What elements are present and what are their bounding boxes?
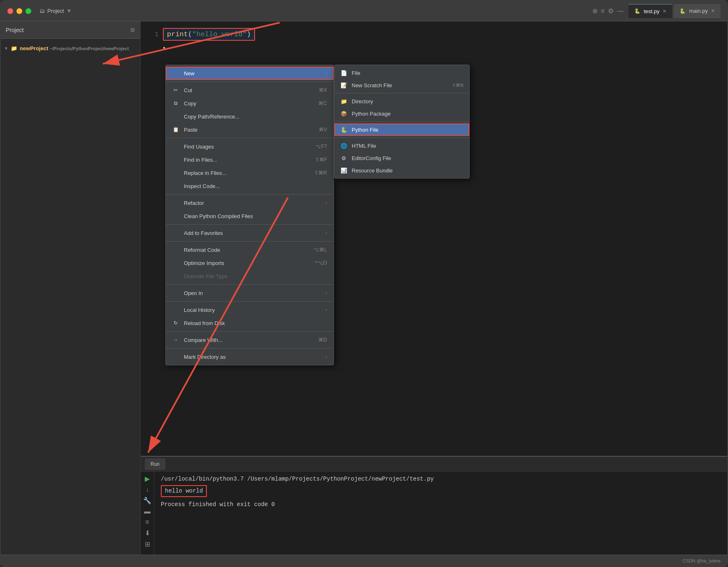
submenu-item-new-scratch[interactable]: 📝 New Scratch File ⇧⌘N bbox=[334, 79, 469, 91]
paste-icon: 📋 bbox=[172, 127, 179, 132]
main-layout: Project ⚙ ▼ 📁 newProject ~/Projects/Pyth… bbox=[1, 21, 727, 555]
tab-test-py-close[interactable]: ✕ bbox=[663, 9, 666, 14]
close-button[interactable] bbox=[7, 8, 13, 14]
copy-icon: ⧉ bbox=[172, 100, 179, 106]
refactor-arrow: › bbox=[326, 201, 327, 205]
minimize-button[interactable] bbox=[16, 8, 22, 14]
run-icon[interactable]: ▶ bbox=[145, 475, 150, 483]
optimize-shortcut: ^⌥O bbox=[315, 260, 327, 266]
submenu-sep-3 bbox=[334, 137, 469, 138]
tab-test-py[interactable]: 🐍 test.py ✕ bbox=[628, 4, 672, 18]
globe-icon[interactable]: ⊕ bbox=[592, 7, 598, 15]
menu-sep-4 bbox=[166, 241, 334, 242]
menu-item-copy[interactable]: ⧉ Copy ⌘C bbox=[166, 97, 334, 110]
menu-item-reformat[interactable]: Reformat Code ⌥⌘L bbox=[166, 243, 334, 256]
code-block: print("hello world") bbox=[163, 28, 255, 41]
python-package-icon: 📦 bbox=[340, 111, 348, 117]
menu-item-inspect-code[interactable]: Inspect Code... bbox=[166, 179, 334, 193]
menu-item-paste[interactable]: 📋 Paste ⌘V bbox=[166, 123, 334, 136]
terminal-body: /usr/local/bin/python3.7 /Users/mlamp/Pr… bbox=[154, 472, 727, 555]
terminal-tabs: Run bbox=[141, 457, 727, 472]
tab-main-py-close[interactable]: ✕ bbox=[711, 8, 715, 14]
terminal-down2-icon[interactable]: ⬇ bbox=[145, 529, 150, 537]
cut-icon: ✂ bbox=[172, 87, 179, 93]
directory-icon: 📁 bbox=[340, 98, 348, 105]
find-in-files-shortcut: ⇧⌘F bbox=[315, 157, 327, 163]
print-string: "hello world" bbox=[192, 30, 247, 38]
submenu-item-python-file[interactable]: 🐍 Python File bbox=[334, 123, 469, 136]
new-arrow: › bbox=[326, 71, 327, 76]
dropdown-arrow[interactable]: ▼ bbox=[66, 8, 72, 14]
reload-icon: ↻ bbox=[172, 320, 179, 326]
sidebar-header-icons: ⚙ bbox=[130, 27, 135, 33]
submenu-item-file[interactable]: 📄 File bbox=[334, 67, 469, 79]
align-icon[interactable]: ≡ bbox=[601, 7, 605, 15]
menu-item-copy-path[interactable]: Copy Path/Reference... bbox=[166, 110, 334, 123]
python-file-icon: 🐍 bbox=[340, 127, 348, 133]
editor-config-icon: ⚙ bbox=[340, 155, 348, 161]
menu-item-find-usages[interactable]: Find Usages ⌥F7 bbox=[166, 140, 334, 153]
submenu-item-python-package[interactable]: 📦 Python Package bbox=[334, 107, 469, 120]
tab-main-py[interactable]: 🐍 main.py ✕ bbox=[674, 4, 721, 18]
terminal-down-icon[interactable]: ↓ bbox=[146, 486, 149, 493]
terminal-exit-line: Process finished with exit code 0 bbox=[161, 500, 721, 509]
file-icon: 📄 bbox=[340, 70, 348, 76]
submenu-item-resource-bundle[interactable]: 📊 Resource Bundle bbox=[334, 164, 469, 177]
maximize-button[interactable] bbox=[26, 8, 31, 14]
menu-item-clean-compiled[interactable]: Clean Python Compiled Files bbox=[166, 209, 334, 223]
minimize-icon[interactable]: — bbox=[617, 7, 624, 15]
status-bar: CSDN @ha_lydms bbox=[1, 555, 727, 566]
sidebar: Project ⚙ ▼ 📁 newProject ~/Projects/Pyth… bbox=[1, 21, 141, 555]
menu-item-reload-from-disk[interactable]: ↻ Reload from Disk bbox=[166, 316, 334, 330]
project-root-item[interactable]: ▼ 📁 newProject ~/Projects/PythonProject/… bbox=[1, 42, 140, 54]
menu-item-new[interactable]: New › bbox=[166, 67, 334, 80]
menu-item-replace-in-files[interactable]: Replace in Files... ⇧⌘R bbox=[166, 166, 334, 179]
terminal-hello-world-line: hello world bbox=[161, 485, 721, 497]
menu-item-add-favorites[interactable]: Add to Favorites › bbox=[166, 226, 334, 239]
menu-item-refactor[interactable]: Refactor › bbox=[166, 196, 334, 209]
submenu-item-editor-config[interactable]: ⚙ EditorConfig File bbox=[334, 152, 469, 164]
html-file-icon: 🌐 bbox=[340, 143, 348, 149]
code-dot: ● bbox=[149, 43, 719, 51]
status-right: CSDN @ha_lydms bbox=[683, 558, 721, 563]
menu-item-find-in-files[interactable]: Find in Files... ⇧⌘F bbox=[166, 153, 334, 166]
tab-test-py-icon: 🐍 bbox=[634, 8, 640, 14]
new-item-wrapper: New › bbox=[166, 67, 334, 80]
mark-dir-arrow: › bbox=[326, 355, 327, 359]
menu-item-mark-directory[interactable]: Mark Directory as › bbox=[166, 350, 334, 363]
terminal-left-icons: ▶ ↓ 🔧 ▬ ≡ ⬇ ⊞ bbox=[141, 472, 154, 555]
settings-icon[interactable]: ⚙ bbox=[608, 7, 614, 15]
menu-item-open-in[interactable]: Open In › bbox=[166, 286, 334, 300]
menu-item-optimize-imports[interactable]: Optimize Imports ^⌥O bbox=[166, 256, 334, 270]
menu-item-compare-with[interactable]: → Compare With... ⌘D bbox=[166, 333, 334, 346]
menu-item-local-history[interactable]: Local History › bbox=[166, 303, 334, 316]
terminal: Run ▶ ↓ 🔧 ▬ ≡ ⬇ ⊞ /usr/loc bbox=[141, 456, 727, 555]
replace-shortcut: ⇧⌘R bbox=[314, 170, 327, 176]
paste-shortcut: ⌘V bbox=[319, 127, 327, 132]
scratch-icon: 📝 bbox=[340, 82, 348, 88]
root-collapse-icon: ▼ bbox=[4, 46, 8, 51]
submenu-item-html-file[interactable]: 🌐 HTML File bbox=[334, 139, 469, 152]
hello-world-output: hello world bbox=[161, 485, 207, 497]
terminal-tab-run[interactable]: Run bbox=[145, 458, 165, 470]
root-folder-name: newProject ~/Projects/PythonProject/newP… bbox=[20, 45, 129, 51]
tab-main-py-icon: 🐍 bbox=[679, 8, 686, 14]
menu-sep-8 bbox=[166, 348, 334, 349]
terminal-grid-icon[interactable]: ⊞ bbox=[145, 540, 150, 548]
terminal-main: ▶ ↓ 🔧 ▬ ≡ ⬇ ⊞ /usr/local/bin/python3.7 /… bbox=[141, 472, 727, 555]
submenu-sep-2 bbox=[334, 121, 469, 122]
sidebar-tree: ▼ 📁 newProject ~/Projects/PythonProject/… bbox=[1, 39, 140, 555]
terminal-wrench-icon[interactable]: 🔧 bbox=[143, 497, 151, 504]
terminal-align-icon[interactable]: ≡ bbox=[145, 518, 149, 526]
menu-item-cut[interactable]: ✂ Cut ⌘X bbox=[166, 84, 334, 97]
terminal-bar-icon[interactable]: ▬ bbox=[144, 508, 151, 515]
reformat-shortcut: ⌥⌘L bbox=[313, 247, 327, 253]
sidebar-header-title: Project bbox=[6, 27, 24, 33]
terminal-run-line: /usr/local/bin/python3.7 /Users/mlamp/Pr… bbox=[161, 475, 721, 483]
menu-item-override-file-type: Override File Type bbox=[166, 270, 334, 283]
sidebar-settings-icon[interactable]: ⚙ bbox=[130, 27, 135, 33]
find-usages-shortcut: ⌥F7 bbox=[315, 144, 327, 149]
menu-sep-0 bbox=[166, 81, 334, 82]
submenu-item-directory[interactable]: 📁 Directory bbox=[334, 95, 469, 107]
menu-sep-1 bbox=[166, 138, 334, 138]
